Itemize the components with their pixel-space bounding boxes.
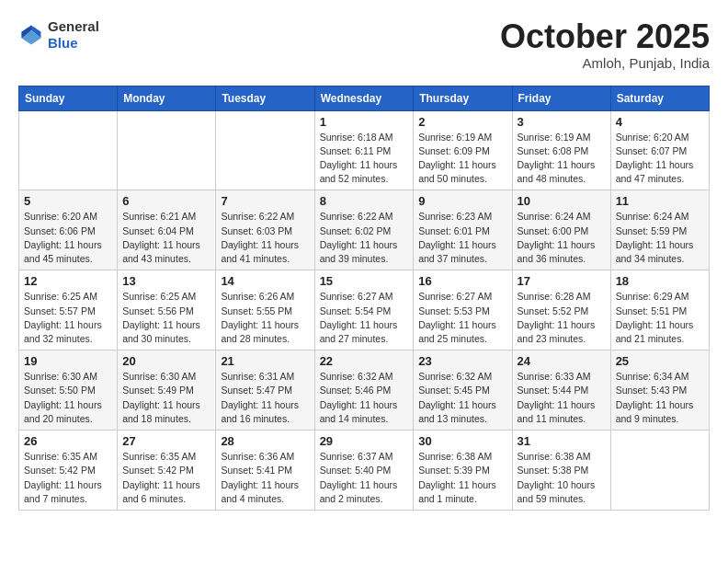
page-header: General Blue October 2025 Amloh, Punjab,… [18,18,710,71]
header-thursday: Thursday [414,86,512,110]
calendar-cell: 23Sunrise: 6:32 AM Sunset: 5:45 PM Dayli… [414,350,512,431]
header-row: SundayMondayTuesdayWednesdayThursdayFrid… [19,86,710,110]
day-number: 7 [221,194,309,208]
day-info: Sunrise: 6:33 AM Sunset: 5:44 PM Dayligh… [518,370,606,426]
day-number: 19 [24,354,112,368]
calendar-cell: 11Sunrise: 6:24 AM Sunset: 5:59 PM Dayli… [610,190,709,270]
day-number: 31 [518,434,606,448]
day-info: Sunrise: 6:23 AM Sunset: 6:01 PM Dayligh… [418,210,506,266]
calendar-cell: 31Sunrise: 6:38 AM Sunset: 5:38 PM Dayli… [512,431,610,511]
calendar-cell: 3Sunrise: 6:19 AM Sunset: 6:08 PM Daylig… [512,110,610,190]
calendar-cell: 1Sunrise: 6:18 AM Sunset: 6:11 PM Daylig… [314,110,414,190]
calendar-table: SundayMondayTuesdayWednesdayThursdayFrid… [18,86,710,511]
day-info: Sunrise: 6:31 AM Sunset: 5:47 PM Dayligh… [221,370,309,426]
calendar-cell: 9Sunrise: 6:23 AM Sunset: 6:01 PM Daylig… [414,190,512,270]
day-number: 3 [518,115,606,129]
calendar-cell: 6Sunrise: 6:21 AM Sunset: 6:04 PM Daylig… [118,190,216,270]
calendar-cell: 21Sunrise: 6:31 AM Sunset: 5:47 PM Dayli… [216,350,314,431]
calendar-cell: 7Sunrise: 6:22 AM Sunset: 6:03 PM Daylig… [216,190,314,270]
day-number: 13 [122,274,210,288]
day-number: 1 [320,115,409,129]
calendar-cell: 5Sunrise: 6:20 AM Sunset: 6:06 PM Daylig… [19,190,118,270]
day-info: Sunrise: 6:24 AM Sunset: 5:59 PM Dayligh… [616,210,704,266]
day-number: 11 [616,194,704,208]
calendar-cell: 29Sunrise: 6:37 AM Sunset: 5:40 PM Dayli… [314,431,414,511]
day-number: 14 [221,274,309,288]
calendar-cell [610,431,709,511]
day-info: Sunrise: 6:30 AM Sunset: 5:50 PM Dayligh… [24,370,112,426]
calendar-header: SundayMondayTuesdayWednesdayThursdayFrid… [19,86,710,110]
header-wednesday: Wednesday [314,86,414,110]
month-title: October 2025 [500,18,710,55]
calendar-body: 1Sunrise: 6:18 AM Sunset: 6:11 PM Daylig… [19,110,710,510]
calendar-cell: 24Sunrise: 6:33 AM Sunset: 5:44 PM Dayli… [512,350,610,431]
calendar-cell [19,110,118,190]
day-number: 5 [24,194,112,208]
calendar-cell: 4Sunrise: 6:20 AM Sunset: 6:07 PM Daylig… [610,110,709,190]
title-block: October 2025 Amloh, Punjab, India [500,18,710,71]
calendar-cell: 17Sunrise: 6:28 AM Sunset: 5:52 PM Dayli… [512,270,610,350]
logo-general: General [48,18,99,35]
calendar-cell: 26Sunrise: 6:35 AM Sunset: 5:42 PM Dayli… [19,431,118,511]
week-row-3: 12Sunrise: 6:25 AM Sunset: 5:57 PM Dayli… [19,270,710,350]
day-number: 12 [24,274,112,288]
calendar-cell: 10Sunrise: 6:24 AM Sunset: 6:00 PM Dayli… [512,190,610,270]
calendar-cell: 27Sunrise: 6:35 AM Sunset: 5:42 PM Dayli… [118,431,216,511]
calendar-cell: 14Sunrise: 6:26 AM Sunset: 5:55 PM Dayli… [216,270,314,350]
day-info: Sunrise: 6:25 AM Sunset: 5:56 PM Dayligh… [122,290,210,346]
day-info: Sunrise: 6:18 AM Sunset: 6:11 PM Dayligh… [320,131,409,187]
day-info: Sunrise: 6:36 AM Sunset: 5:41 PM Dayligh… [221,450,309,506]
calendar-cell: 2Sunrise: 6:19 AM Sunset: 6:09 PM Daylig… [414,110,512,190]
logo-text: General Blue [48,18,99,52]
calendar-cell: 15Sunrise: 6:27 AM Sunset: 5:54 PM Dayli… [314,270,414,350]
day-number: 24 [518,354,606,368]
day-number: 29 [320,434,409,448]
calendar-cell: 25Sunrise: 6:34 AM Sunset: 5:43 PM Dayli… [610,350,709,431]
day-info: Sunrise: 6:30 AM Sunset: 5:49 PM Dayligh… [122,370,210,426]
day-info: Sunrise: 6:37 AM Sunset: 5:40 PM Dayligh… [320,450,409,506]
calendar-cell: 19Sunrise: 6:30 AM Sunset: 5:50 PM Dayli… [19,350,118,431]
day-number: 15 [320,274,409,288]
header-friday: Friday [512,86,610,110]
day-info: Sunrise: 6:20 AM Sunset: 6:06 PM Dayligh… [24,210,112,266]
day-info: Sunrise: 6:27 AM Sunset: 5:53 PM Dayligh… [418,290,506,346]
week-row-5: 26Sunrise: 6:35 AM Sunset: 5:42 PM Dayli… [19,431,710,511]
calendar-cell [118,110,216,190]
day-number: 17 [518,274,606,288]
day-info: Sunrise: 6:19 AM Sunset: 6:08 PM Dayligh… [518,131,606,187]
day-info: Sunrise: 6:35 AM Sunset: 5:42 PM Dayligh… [24,450,112,506]
day-info: Sunrise: 6:38 AM Sunset: 5:39 PM Dayligh… [418,450,506,506]
day-number: 30 [418,434,506,448]
header-saturday: Saturday [610,86,709,110]
day-info: Sunrise: 6:21 AM Sunset: 6:04 PM Dayligh… [122,210,210,266]
week-row-2: 5Sunrise: 6:20 AM Sunset: 6:06 PM Daylig… [19,190,710,270]
day-info: Sunrise: 6:20 AM Sunset: 6:07 PM Dayligh… [616,131,704,187]
logo: General Blue [18,18,99,52]
calendar-cell: 28Sunrise: 6:36 AM Sunset: 5:41 PM Dayli… [216,431,314,511]
day-info: Sunrise: 6:27 AM Sunset: 5:54 PM Dayligh… [320,290,409,346]
day-info: Sunrise: 6:29 AM Sunset: 5:51 PM Dayligh… [616,290,704,346]
day-info: Sunrise: 6:34 AM Sunset: 5:43 PM Dayligh… [616,370,704,426]
day-number: 26 [24,434,112,448]
day-info: Sunrise: 6:32 AM Sunset: 5:45 PM Dayligh… [418,370,506,426]
day-number: 20 [122,354,210,368]
calendar-cell: 8Sunrise: 6:22 AM Sunset: 6:02 PM Daylig… [314,190,414,270]
day-info: Sunrise: 6:22 AM Sunset: 6:02 PM Dayligh… [320,210,409,266]
day-info: Sunrise: 6:26 AM Sunset: 5:55 PM Dayligh… [221,290,309,346]
calendar-cell: 13Sunrise: 6:25 AM Sunset: 5:56 PM Dayli… [118,270,216,350]
logo-blue: Blue [48,35,99,52]
day-number: 4 [616,115,704,129]
day-info: Sunrise: 6:38 AM Sunset: 5:38 PM Dayligh… [518,450,606,506]
logo-icon [18,22,44,48]
calendar-cell: 16Sunrise: 6:27 AM Sunset: 5:53 PM Dayli… [414,270,512,350]
week-row-1: 1Sunrise: 6:18 AM Sunset: 6:11 PM Daylig… [19,110,710,190]
day-number: 27 [122,434,210,448]
day-number: 21 [221,354,309,368]
day-number: 18 [616,274,704,288]
day-info: Sunrise: 6:32 AM Sunset: 5:46 PM Dayligh… [320,370,409,426]
day-info: Sunrise: 6:24 AM Sunset: 6:00 PM Dayligh… [518,210,606,266]
day-info: Sunrise: 6:35 AM Sunset: 5:42 PM Dayligh… [122,450,210,506]
day-number: 10 [518,194,606,208]
calendar-cell: 12Sunrise: 6:25 AM Sunset: 5:57 PM Dayli… [19,270,118,350]
header-sunday: Sunday [19,86,118,110]
